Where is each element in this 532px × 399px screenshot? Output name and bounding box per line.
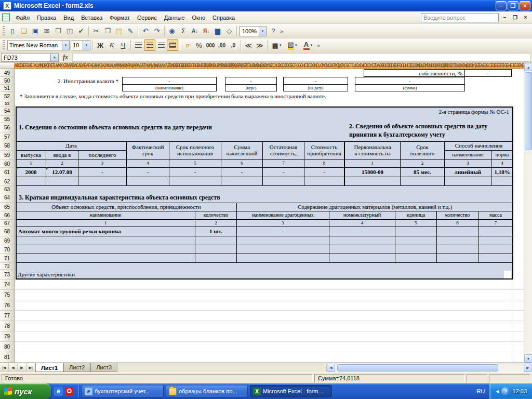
empty-cell[interactable] [195,254,237,262]
scroll-down-button[interactable]: ▼ [524,354,532,363]
name-box[interactable]: FD73 [1,53,51,62]
menu-format[interactable]: Формат [106,12,134,23]
last-sheet-button[interactable]: ▶| [26,363,35,372]
row-header-62[interactable]: 62 [0,177,14,186]
cell-currency-value-3[interactable]: - [283,77,348,85]
header-commissioning[interactable]: ввода в [46,151,78,160]
empty-cell[interactable] [329,245,395,254]
cell-page-label[interactable]: 2-я страница формы № ОС-1 [326,108,509,116]
decrease-indent-button[interactable]: ≪ [243,39,254,51]
header-date[interactable]: Дата [16,142,127,151]
colnum[interactable]: 1 [345,160,401,168]
save-icon[interactable]: ▣ [30,25,41,37]
bold-button[interactable]: Ж [95,39,106,51]
row-header-52[interactable]: 52 [0,92,14,101]
row-header-59[interactable]: 59 [0,151,14,160]
menu-help[interactable]: Справка [209,12,238,23]
scroll-right-button[interactable]: ▶ [524,364,532,372]
task-button-folder[interactable]: образцы бланков по... [166,385,248,397]
cell-ownership-label[interactable]: собственности, % [364,69,465,77]
cell-object-qty[interactable]: 1 шт. [195,227,237,236]
increase-indent-button[interactable]: ≫ [254,39,265,51]
row-header-50[interactable]: 50 [0,77,14,85]
row-header-64[interactable]: 64 [0,193,14,203]
row-header-71[interactable]: 71 [0,254,14,263]
colnum[interactable]: 6 [437,220,478,227]
empty-cell[interactable] [395,254,437,262]
align-left-button[interactable] [132,39,144,51]
sheet-tab-list2[interactable]: Лист2 [63,363,90,372]
header-method-rate[interactable]: норма [491,151,513,160]
colnum[interactable]: 1 [16,220,195,227]
question-input[interactable]: Введите вопрос [421,13,499,22]
empty-cell[interactable] [395,236,437,245]
row-header-49[interactable]: 49 [0,69,14,77]
header-last[interactable]: последнего [78,151,127,160]
menu-file[interactable]: Файл [12,12,33,23]
cell-currency-value-2[interactable]: - [225,77,277,85]
cell-currency-value-4[interactable]: - [355,77,465,85]
empty-cell[interactable] [195,245,237,254]
cell-section3-title[interactable]: 3. Краткая индивидуальная характеристика… [19,193,382,202]
header-useful-term[interactable]: Срокполезного [401,142,445,160]
row-header-53[interactable]: 53 [0,101,14,107]
cell-value[interactable]: - [263,168,304,177]
font-size-combo[interactable]: 10 ▼ [71,40,90,50]
empty-cell[interactable] [478,254,513,262]
colnum[interactable]: 3 [445,160,491,168]
paste-icon[interactable]: ▤ [113,25,125,37]
toolbar-overflow-chevron[interactable]: » [317,42,320,48]
close-button[interactable]: × [520,1,530,10]
empty-cell[interactable] [329,236,395,245]
first-sheet-button[interactable]: |◀ [0,363,9,372]
row-header-51[interactable]: 51 [0,85,14,92]
empty-cell[interactable] [304,177,344,185]
row-header-61[interactable]: 61 [0,168,14,177]
cell-value[interactable]: - [304,168,344,177]
colnum[interactable]: 5 [395,220,437,227]
cell-method-rate[interactable]: 1,18% [491,168,513,177]
internet-explorer-icon[interactable]: e [54,387,63,396]
cell-sublabel-sum[interactable]: (сумма) [355,85,465,91]
colnum[interactable]: 7 [478,220,513,227]
browser-icon[interactable]: O [65,387,74,396]
row-header-56[interactable]: 56 [0,123,14,132]
header-residual-value[interactable]: Остаточнаястоимость, [263,142,304,160]
empty-cell[interactable] [437,236,478,245]
colnum[interactable]: 4 [491,160,513,168]
header-object-group[interactable]: Объект основных средств, приспособления,… [16,203,237,211]
colnum[interactable]: 3 [237,220,329,227]
empty-cell[interactable] [491,177,513,185]
header-actual-term[interactable]: Фактическийсрок [127,142,169,160]
cell-ownership-value[interactable]: - [465,69,512,77]
menu-insert[interactable]: Вставка [77,12,106,23]
status-sum[interactable]: Сумма=74,0118 [314,374,465,382]
sheet-tab-list1[interactable]: Лист1 [35,363,63,372]
row-header-68[interactable]: 68 [0,227,14,236]
merge-center-button[interactable] [167,39,178,51]
row-header-57[interactable]: 57 [0,132,14,141]
cell-currency-value-1[interactable]: - [122,77,217,85]
menu-window[interactable]: Окно [189,12,209,23]
cell-method-name[interactable]: линейный [445,168,491,177]
active-cell-FD73[interactable] [504,271,511,278]
colnum[interactable]: 5 [169,160,221,168]
align-center-button[interactable] [144,39,155,51]
cell-value[interactable]: - [221,168,263,177]
header-depreciation-method[interactable]: Способ начисления [445,142,513,151]
header-nomenclature[interactable]: номенклатурный [329,211,395,220]
row-header-81[interactable]: 81 [0,352,14,363]
header-issue[interactable]: выпуска [16,151,46,160]
cell-sublabel-date[interactable]: (на дату) [283,85,348,91]
format-painter-icon[interactable]: ✎ [125,25,136,37]
empty-cell[interactable] [478,245,513,254]
workbook-close-button[interactable]: × [521,14,530,21]
next-sheet-button[interactable]: ▶ [18,363,26,372]
cell-value[interactable]: - [127,168,169,177]
empty-cell[interactable] [237,254,329,262]
header-useful-life[interactable]: Срок полезногоиспользования [169,142,221,160]
row-header-80[interactable]: 80 [0,342,14,352]
empty-cell[interactable] [345,177,401,185]
cell-sublabel-name[interactable]: (наименование) [122,85,217,91]
scroll-left-button[interactable]: ◀ [327,364,335,372]
